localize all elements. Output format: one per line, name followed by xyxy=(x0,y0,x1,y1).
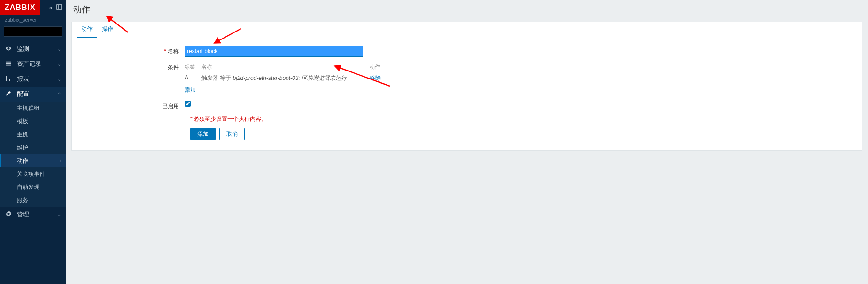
subnav-correlation[interactable]: 关联项事件 xyxy=(0,167,66,181)
cond-name: 触发器 等于 bj2d-prod-eth-star-boot-03: 区块浏览器… xyxy=(202,72,370,84)
condition-row: A 触发器 等于 bj2d-prod-eth-star-boot-03: 区块浏… xyxy=(185,72,398,84)
label-conditions: 条件 xyxy=(81,62,185,71)
chevron-right-icon: › xyxy=(60,154,61,167)
chevron-down-icon: ⌄ xyxy=(57,212,61,217)
nav-label: 报表 xyxy=(17,75,53,83)
wrench-icon xyxy=(5,90,12,98)
nav-label: 资产记录 xyxy=(17,60,53,68)
submit-button[interactable]: 添加 xyxy=(190,128,216,140)
label-name: *名称 xyxy=(81,46,185,55)
search-input[interactable] xyxy=(6,29,71,34)
subnav-label: 动作 xyxy=(17,158,28,164)
subnav-hosts[interactable]: 主机 xyxy=(0,128,66,141)
subnav-maintenance[interactable]: 维护 xyxy=(0,141,66,154)
cond-tag: A xyxy=(185,72,202,84)
gear-icon xyxy=(5,211,12,219)
required-icon: * xyxy=(190,116,193,122)
conditions-table: 标签 名称 动作 A 触发器 等于 bj2d-prod-eth-star-boo… xyxy=(185,62,398,96)
tabs: 动作 操作 xyxy=(72,22,862,38)
eye-icon xyxy=(5,45,12,53)
sidebar-top: ZABBIX « xyxy=(0,0,66,15)
chart-icon xyxy=(5,75,12,83)
subnav-services[interactable]: 服务 xyxy=(0,194,66,207)
nav-label: 配置 xyxy=(17,90,53,98)
nav-label: 管理 xyxy=(17,210,53,219)
tab-operation[interactable]: 操作 xyxy=(97,21,118,38)
subnav-templates[interactable]: 模板 xyxy=(0,115,66,128)
brand-logo[interactable]: ZABBIX xyxy=(0,0,40,15)
subnav-configuration: 主机群组 模板 主机 维护 动作 › 关联项事件 自动发现 服务 xyxy=(0,102,66,207)
nav-item-configuration[interactable]: 配置 ⌃ xyxy=(0,87,66,102)
chevron-down-icon: ⌄ xyxy=(57,77,61,82)
server-name: zabbix_server xyxy=(0,15,66,26)
th-tag: 标签 xyxy=(185,62,202,72)
subnav-discovery[interactable]: 自动发现 xyxy=(0,181,66,194)
chevron-up-icon: ⌃ xyxy=(57,92,61,97)
th-action: 动作 xyxy=(370,62,398,72)
form-panel: 动作 操作 *名称 条件 xyxy=(71,22,862,151)
svg-rect-0 xyxy=(57,5,62,9)
sidebar-hide-icon[interactable] xyxy=(56,4,62,11)
subnav-actions[interactable]: 动作 › xyxy=(0,154,66,167)
sidebar: ZABBIX « zabbix_server 监测 ⌄ xyxy=(0,0,66,284)
name-input[interactable] xyxy=(185,46,363,57)
chevron-down-icon: ⌄ xyxy=(57,47,61,52)
enabled-checkbox[interactable] xyxy=(185,101,191,107)
nav-label: 监测 xyxy=(17,45,53,53)
nav-item-admin[interactable]: 管理 ⌄ xyxy=(0,207,66,222)
chevron-down-icon: ⌄ xyxy=(57,62,61,67)
error-message: *必须至少设置一个执行内容。 xyxy=(190,115,852,123)
main-content: 动作 动作 操作 *名称 条件 xyxy=(66,0,868,284)
remove-condition-link[interactable]: 移除 xyxy=(370,75,381,81)
list-icon xyxy=(5,60,12,68)
required-icon: * xyxy=(164,48,166,55)
th-name: 名称 xyxy=(202,62,370,72)
nav-item-monitoring[interactable]: 监测 ⌄ xyxy=(0,41,66,56)
search-box[interactable] xyxy=(4,26,62,37)
nav-item-inventory[interactable]: 资产记录 ⌄ xyxy=(0,56,66,71)
subnav-hostgroups[interactable]: 主机群组 xyxy=(0,102,66,115)
sidebar-collapse-icon[interactable]: « xyxy=(49,4,53,11)
page-title: 动作 xyxy=(66,0,868,18)
label-enabled: 已启用 xyxy=(81,101,185,110)
nav: 监测 ⌄ 资产记录 ⌄ 报表 ⌄ 配置 ⌃ 主机群组 xyxy=(0,41,66,222)
add-condition-link[interactable]: 添加 xyxy=(185,87,196,93)
cancel-button[interactable]: 取消 xyxy=(219,128,245,140)
tab-action[interactable]: 动作 xyxy=(77,21,97,38)
nav-item-reports[interactable]: 报表 ⌄ xyxy=(0,71,66,87)
